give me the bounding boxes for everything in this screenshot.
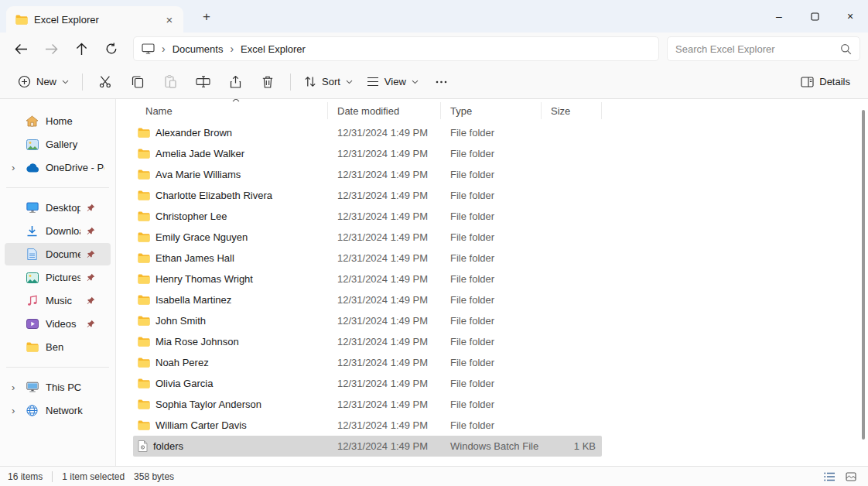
folder-icon (138, 253, 150, 263)
sidebar-item-this-pc[interactable]: ›This PC (5, 376, 111, 399)
selection-count: 1 item selected (62, 471, 125, 482)
details-view-toggle[interactable] (820, 469, 839, 484)
sidebar-item-label: OneDrive - Pers (46, 162, 104, 173)
file-row[interactable]: Noah Perez12/31/2024 1:49 PMFile folder (133, 352, 602, 373)
address-bar[interactable]: › Documents › Excel Explorer (133, 36, 659, 61)
file-name-cell: Henry Thomas Wright (133, 273, 328, 285)
sidebar-item-label: Gallery (46, 139, 104, 150)
file-row[interactable]: William Carter Davis12/31/2024 1:49 PMFi… (133, 415, 602, 436)
file-row[interactable]: Emily Grace Nguyen12/31/2024 1:49 PMFile… (133, 227, 602, 248)
file-row[interactable]: Christopher Lee12/31/2024 1:49 PMFile fo… (133, 206, 602, 227)
sidebar-item-videos[interactable]: Videos (5, 313, 111, 335)
file-row[interactable]: Olivia Garcia12/31/2024 1:49 PMFile fold… (133, 373, 602, 394)
rename-button[interactable] (188, 69, 217, 95)
up-button[interactable] (68, 36, 94, 62)
sidebar-item-documents[interactable]: Documents (5, 243, 111, 265)
column-header-name[interactable]: Name (133, 102, 328, 119)
refresh-button[interactable] (98, 36, 125, 62)
more-options-button[interactable] (427, 69, 456, 95)
breadcrumb-documents[interactable]: Documents (173, 43, 224, 55)
file-row[interactable]: John Smith12/31/2024 1:49 PMFile folder (133, 310, 602, 331)
file-name-cell: Ethan James Hall (133, 252, 328, 264)
sidebar-item-network[interactable]: ›Network (5, 399, 111, 422)
file-type: File folder (441, 336, 542, 347)
sidebar-item-onedrive-pers[interactable]: ›OneDrive - Pers (5, 156, 111, 179)
file-explorer-window: Excel Explorer × + – × › Documents › Exc… (0, 0, 868, 486)
column-header-type[interactable]: Type (441, 102, 542, 119)
back-button[interactable] (8, 36, 34, 62)
copy-button[interactable] (123, 69, 152, 95)
selection-size: 358 bytes (134, 471, 174, 482)
file-name-cell: Noah Perez (133, 357, 328, 368)
file-row[interactable]: Amelia Jade Walker12/31/2024 1:49 PMFile… (133, 143, 602, 164)
forward-button[interactable] (38, 36, 64, 62)
window-controls: – × (761, 0, 868, 33)
file-row[interactable]: Ethan James Hall12/31/2024 1:49 PMFile f… (133, 248, 602, 269)
sidebar-item-pictures[interactable]: Pictures (5, 266, 111, 289)
tab-close-button[interactable]: × (160, 10, 179, 29)
sidebar-item-label: This PC (46, 382, 104, 393)
sidebar-item-home[interactable]: Home (5, 110, 111, 132)
new-tab-button[interactable]: + (196, 7, 217, 27)
close-button[interactable]: × (832, 0, 868, 33)
sidebar-item-music[interactable]: Music (5, 289, 111, 312)
details-pane-button[interactable]: Details (794, 69, 857, 95)
thumbnail-view-icon (846, 472, 856, 481)
share-button[interactable] (220, 69, 250, 95)
chevron-right-icon: › (162, 43, 166, 54)
chevron-right-icon[interactable]: › (12, 405, 15, 416)
minimize-button[interactable]: – (761, 0, 797, 33)
sidebar-item-label: Downloads (46, 225, 80, 237)
file-name-cell: John Smith (133, 315, 328, 327)
column-header-label: Type (450, 105, 472, 117)
maximize-button[interactable] (797, 0, 832, 33)
file-date-modified: 12/31/2024 1:49 PM (328, 378, 441, 389)
file-row[interactable]: Mia Rose Johnson12/31/2024 1:49 PMFile f… (133, 331, 602, 352)
sidebar-item-downloads[interactable]: Downloads (5, 220, 111, 242)
tab-excel-explorer[interactable]: Excel Explorer × (6, 6, 183, 33)
file-name: Noah Perez (155, 357, 209, 368)
chevron-right-icon[interactable]: › (12, 162, 15, 173)
large-icons-view-toggle[interactable] (842, 469, 860, 484)
view-button-label: View (384, 76, 406, 87)
file-row[interactable]: Ava Marie Williams12/31/2024 1:49 PMFile… (133, 164, 602, 185)
paste-button[interactable] (155, 69, 185, 95)
search-input[interactable] (675, 43, 834, 55)
file-type: File folder (441, 210, 542, 222)
folder-icon (138, 378, 150, 388)
scrollbar[interactable] (860, 104, 866, 458)
file-name: Mia Rose Johnson (155, 336, 239, 347)
file-type: File folder (441, 169, 542, 180)
chevron-down-icon (412, 80, 419, 84)
file-row[interactable]: Alexander Brown12/31/2024 1:49 PMFile fo… (133, 122, 602, 143)
file-row[interactable]: folders12/31/2024 1:49 PMWindows Batch F… (133, 436, 602, 457)
file-row[interactable]: Charlotte Elizabeth Rivera12/31/2024 1:4… (133, 185, 602, 206)
list-view-icon (824, 472, 836, 481)
sidebar-item-ben[interactable]: Ben (5, 336, 111, 358)
arrow-right-icon (45, 43, 58, 55)
folder-icon (138, 232, 150, 242)
delete-button[interactable] (253, 69, 282, 95)
scrollbar-thumb[interactable] (862, 110, 865, 440)
sidebar-item-desktop[interactable]: Desktop (5, 197, 111, 219)
file-row[interactable]: Sophia Taylor Anderson12/31/2024 1:49 PM… (133, 394, 602, 415)
trash-icon (262, 76, 273, 88)
column-header-size[interactable]: Size (542, 102, 602, 119)
sidebar-item-gallery[interactable]: Gallery (5, 133, 111, 156)
file-row[interactable]: Henry Thomas Wright12/31/2024 1:49 PMFil… (133, 269, 602, 289)
cut-button[interactable] (91, 69, 120, 95)
sort-button[interactable]: Sort (297, 69, 360, 95)
toolbar-separator (290, 74, 291, 91)
view-button[interactable]: View (360, 69, 425, 95)
column-header-date-modified[interactable]: Date modified (328, 102, 441, 119)
tab-title: Excel Explorer (34, 14, 154, 26)
search-box[interactable] (667, 36, 860, 61)
breadcrumb-excel-explorer[interactable]: Excel Explorer (241, 43, 306, 55)
network-icon (25, 405, 39, 416)
chevron-right-icon[interactable]: › (12, 382, 15, 393)
file-row[interactable]: Isabella Martinez12/31/2024 1:49 PMFile … (133, 289, 602, 310)
sidebar-item-label: Desktop (46, 202, 80, 214)
new-button[interactable]: New (11, 69, 76, 95)
sidebar-item-label: Ben (46, 341, 104, 353)
file-type: Windows Batch File (441, 440, 542, 452)
